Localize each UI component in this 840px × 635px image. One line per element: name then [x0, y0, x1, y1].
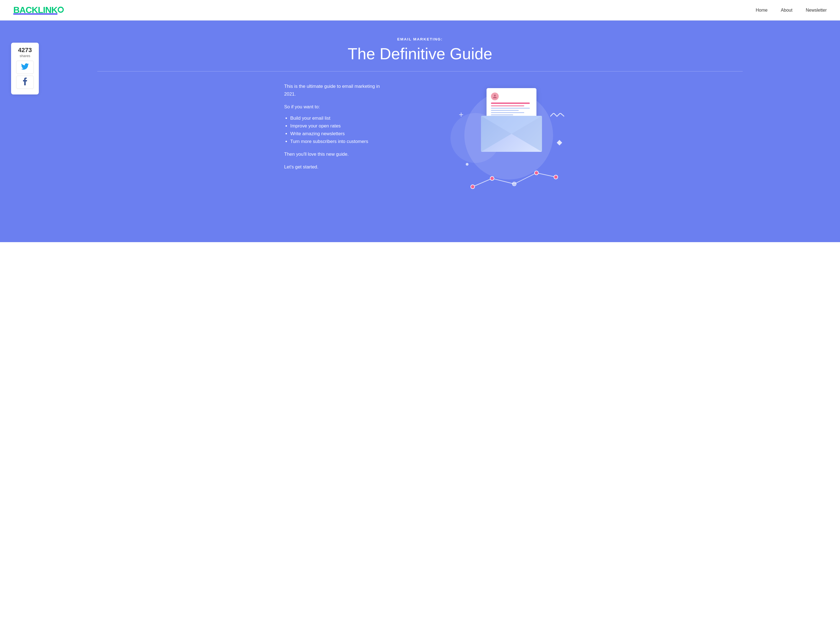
deco-zigzag-icon: [550, 113, 564, 121]
letter-avatar: [491, 93, 499, 100]
facebook-icon: [22, 77, 27, 87]
logo-o-icon: [58, 7, 64, 13]
hero-header: EMAIL MARKETING: The Definitive Guide: [17, 37, 823, 71]
logo-text: BACKLINK: [13, 5, 57, 15]
svg-point-0: [471, 185, 475, 189]
hero-text: This is the ultimate guide to email mark…: [267, 83, 390, 176]
chart-line: [467, 170, 561, 193]
deco-diamond-icon: [557, 140, 562, 145]
share-widget: 4273 shares: [11, 43, 39, 95]
share-label: shares: [16, 54, 35, 58]
nav-home[interactable]: Home: [756, 8, 767, 13]
bullet-2: Improve your open rates: [290, 123, 390, 129]
svg-point-3: [535, 171, 538, 175]
share-count: 4273: [16, 47, 35, 54]
logo[interactable]: BACKLINK: [13, 5, 64, 15]
bullet-3: Write amazing newsletters: [290, 131, 390, 137]
bullet-4: Turn more subscribers into customers: [290, 139, 390, 144]
hero-cta[interactable]: Let's get started.: [284, 163, 390, 171]
twitter-share-button[interactable]: [16, 61, 34, 74]
hero-title: The Definitive Guide: [17, 45, 823, 63]
hero-illustration: +: [450, 83, 573, 199]
envelope-flap-right: [512, 116, 542, 152]
hero-subtitle: EMAIL MARKETING:: [17, 37, 823, 41]
envelope-illustration: [481, 102, 542, 152]
svg-point-2: [512, 182, 516, 186]
hero-body: This is the ultimate guide to email mark…: [267, 83, 573, 199]
deco-plus-icon: +: [459, 110, 464, 120]
hero-section: 4273 shares EMAIL MARKETING: The Definit…: [0, 20, 840, 242]
twitter-icon: [21, 63, 29, 71]
nav-links: Home About Newsletter: [756, 8, 827, 13]
hero-bullets: Build your email list Improve your open …: [284, 115, 390, 144]
navbar: BACKLINK Home About Newsletter: [0, 0, 840, 20]
bullet-1: Build your email list: [290, 115, 390, 121]
nav-about[interactable]: About: [781, 8, 793, 13]
hero-intro: This is the ultimate guide to email mark…: [284, 83, 390, 98]
hero-conclusion: Then you'll love this new guide.: [284, 150, 390, 158]
svg-point-1: [490, 176, 494, 180]
nav-newsletter[interactable]: Newsletter: [805, 8, 827, 13]
envelope-body: [481, 116, 542, 152]
svg-point-4: [554, 175, 558, 179]
hero-cta-lead: So if you want to:: [284, 103, 390, 111]
deco-dot-icon: [466, 163, 469, 165]
facebook-share-button[interactable]: [16, 76, 34, 89]
envelope-flap-left: [481, 116, 512, 152]
